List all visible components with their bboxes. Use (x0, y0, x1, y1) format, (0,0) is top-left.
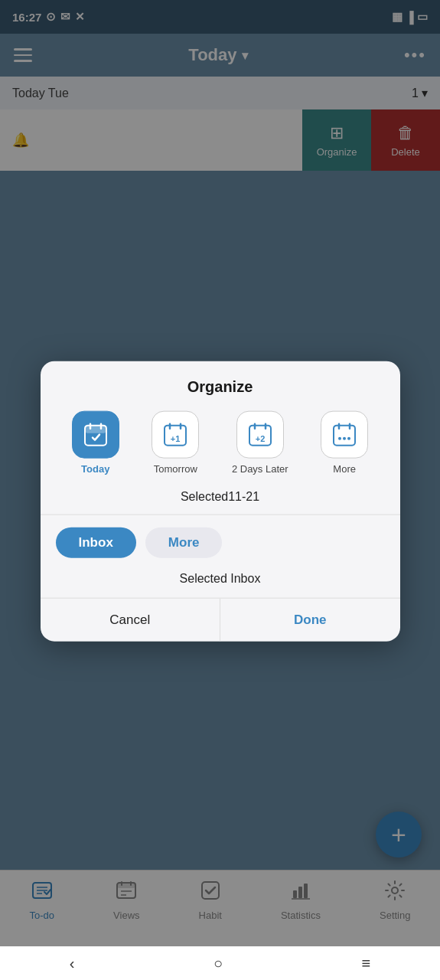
modal-action-row: Cancel Done (41, 598, 400, 642)
svg-text:+2: +2 (255, 434, 265, 443)
date-option-2days[interactable]: +2 2 Days Later (232, 411, 288, 475)
system-bar: ‹ ○ ≡ (0, 946, 440, 980)
inbox-button[interactable]: Inbox (56, 528, 136, 558)
date-options-row: Today +1 Tomorrow +2 (41, 408, 400, 482)
inbox-options-row: Inbox More (41, 515, 400, 566)
selected-inbox-text: Selected Inbox (41, 566, 400, 598)
selected-date-text: Selected11-21 (41, 482, 400, 514)
today-label: Today (81, 463, 109, 475)
done-button[interactable]: Done (220, 599, 400, 642)
cancel-button[interactable]: Cancel (41, 599, 221, 642)
today-icon-wrap (72, 411, 119, 459)
date-option-tomorrow[interactable]: +1 Tomorrow (152, 411, 199, 475)
more-date-label: More (333, 463, 356, 475)
tomorrow-icon-wrap: +1 (152, 411, 199, 459)
2days-icon-wrap: +2 (236, 411, 284, 459)
svg-point-15 (338, 437, 341, 440)
modal-title: Organize (41, 361, 400, 408)
svg-text:+1: +1 (171, 434, 181, 443)
organize-modal: Organize Today + (41, 361, 400, 642)
svg-rect-1 (85, 426, 106, 433)
recents-button[interactable]: ≡ (362, 955, 371, 972)
more-inbox-button[interactable]: More (145, 528, 223, 558)
2days-label: 2 Days Later (232, 463, 288, 475)
home-button[interactable]: ○ (213, 955, 223, 972)
date-option-more[interactable]: More (321, 411, 368, 475)
date-option-today[interactable]: Today (72, 411, 119, 475)
svg-point-16 (343, 437, 346, 440)
more-date-icon-wrap (321, 411, 368, 459)
svg-point-17 (347, 437, 350, 440)
back-button[interactable]: ‹ (70, 955, 75, 972)
tomorrow-label: Tomorrow (154, 463, 197, 475)
svg-rect-12 (334, 426, 355, 446)
